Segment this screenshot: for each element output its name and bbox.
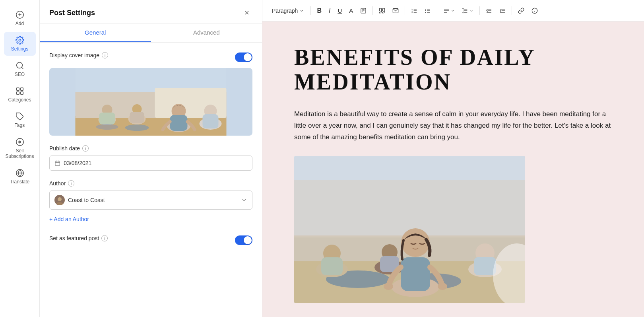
add-author-label: + Add an Author	[49, 216, 89, 222]
svg-point-53	[425, 9, 426, 10]
sidebar-item-categories[interactable]: Categories	[4, 83, 36, 107]
svg-rect-9	[20, 92, 23, 94]
publish-date-label: Publish date i	[49, 145, 252, 152]
toolbar-divider-6	[512, 6, 512, 15]
publish-date-info-icon: i	[82, 145, 89, 152]
sidebar-item-tags[interactable]: Tags	[4, 108, 36, 132]
featured-post-info-icon: i	[101, 235, 108, 241]
avatar-image	[54, 195, 65, 205]
author-inner: Coast to Coast	[54, 195, 105, 205]
settings-panel-title: Post Settings	[49, 9, 95, 17]
sidebar-item-seo[interactable]: SEO	[4, 57, 36, 81]
paragraph-chevron-icon	[299, 8, 304, 13]
info-button[interactable]	[529, 6, 541, 16]
highlight-icon	[360, 8, 367, 14]
post-body: Meditation is a beautiful way to create …	[294, 109, 612, 143]
dollar-circle-icon	[16, 138, 24, 146]
author-info-icon: i	[68, 180, 74, 187]
unordered-list-button[interactable]	[422, 6, 434, 16]
sidebar-item-translate[interactable]: Translate	[4, 165, 36, 189]
font-color-button[interactable]: A	[346, 5, 356, 16]
publish-date-input-wrapper	[49, 156, 252, 171]
featured-post-toggle[interactable]: ✓	[235, 235, 252, 245]
blockquote-icon	[379, 8, 385, 14]
toolbar-divider-5	[479, 6, 480, 15]
increase-indent-button[interactable]	[497, 6, 508, 16]
sidebar-item-settings-label: Settings	[11, 46, 28, 52]
sidebar-item-add-label: Add	[16, 21, 24, 26]
increase-indent-icon	[499, 8, 506, 14]
tab-advanced[interactable]: Advanced	[151, 23, 262, 42]
settings-header: Post Settings	[40, 0, 262, 23]
info-icon	[531, 8, 538, 14]
line-height-icon	[462, 8, 468, 14]
sidebar-item-categories-label: Categories	[8, 97, 31, 103]
post-title: BENEFITS OF DAILY MEDITATION	[294, 45, 612, 94]
plus-circle-icon	[16, 10, 24, 19]
svg-line-5	[21, 67, 23, 69]
svg-point-55	[425, 12, 426, 13]
author-dropdown[interactable]: Coast to Coast	[49, 191, 252, 210]
underline-button[interactable]: U	[335, 5, 345, 16]
editor-toolbar: Paragraph B I U A	[262, 0, 644, 21]
close-icon	[244, 10, 250, 16]
svg-text:3.: 3.	[412, 11, 413, 13]
line-height-chevron-icon	[469, 9, 473, 13]
decrease-indent-icon	[486, 8, 492, 14]
decrease-indent-button[interactable]	[483, 6, 495, 16]
line-height-button[interactable]	[459, 6, 476, 16]
sidebar-item-add[interactable]: Add	[4, 6, 36, 30]
blockquote-button[interactable]	[376, 6, 388, 16]
svg-rect-7	[20, 88, 23, 90]
svg-point-41	[58, 197, 62, 201]
toggle-check-icon: ✓	[247, 55, 250, 60]
italic-button[interactable]: I	[326, 5, 333, 16]
align-icon	[443, 8, 450, 14]
sidebar-item-seo-label: SEO	[15, 72, 25, 77]
sidebar-item-settings[interactable]: Settings	[4, 32, 36, 56]
bold-button[interactable]: B	[314, 5, 324, 16]
icon-sidebar: Add Settings SEO Categories Tags	[0, 0, 40, 317]
paragraph-select[interactable]: Paragraph	[269, 6, 307, 16]
featured-post-label: Set as featured post i	[49, 235, 108, 241]
ordered-list-button[interactable]: 1. 2. 3.	[408, 6, 420, 16]
cover-image-container[interactable]	[49, 68, 252, 136]
toolbar-divider-2	[372, 6, 373, 15]
post-image	[294, 156, 525, 303]
toolbar-divider-3	[405, 6, 405, 15]
link-icon	[518, 8, 524, 14]
svg-rect-6	[16, 88, 19, 90]
globe-icon	[16, 169, 24, 177]
panel-content: Display cover image i ✓	[40, 43, 262, 317]
email-button[interactable]	[390, 6, 402, 16]
display-cover-info-icon: i	[102, 52, 108, 58]
toolbar-divider-4	[437, 6, 437, 15]
categories-icon	[16, 87, 24, 95]
sidebar-item-subscriptions-label: Sell Subscriptions	[5, 148, 34, 159]
add-author-button[interactable]: + Add an Author	[49, 214, 89, 224]
featured-post-row: Set as featured post i ✓	[49, 235, 252, 245]
align-chevron-icon	[451, 9, 455, 13]
display-cover-image-label: Display cover image i	[49, 52, 108, 58]
toolbar-divider-1	[310, 6, 311, 15]
svg-point-3	[19, 39, 21, 41]
close-button[interactable]	[241, 7, 252, 18]
display-cover-image-row: Display cover image i ✓	[49, 52, 252, 62]
chevron-down-icon	[241, 197, 247, 203]
cover-image	[49, 68, 252, 136]
author-name: Coast to Coast	[68, 197, 105, 203]
settings-panel: Post Settings General Advanced Display c…	[40, 0, 262, 317]
svg-rect-36	[55, 161, 60, 165]
editor-area[interactable]: BENEFITS OF DAILY MEDITATION Meditation …	[262, 21, 644, 317]
tab-general[interactable]: General	[40, 23, 151, 42]
link-button[interactable]	[515, 6, 527, 16]
sidebar-item-subscriptions[interactable]: Sell Subscriptions	[4, 134, 36, 163]
display-cover-toggle[interactable]: ✓	[235, 53, 252, 62]
sidebar-item-tags-label: Tags	[15, 123, 25, 128]
main-content: Paragraph B I U A	[262, 0, 644, 317]
align-button[interactable]	[440, 6, 458, 16]
tag-icon	[16, 112, 24, 121]
highlight-button[interactable]	[357, 6, 369, 16]
publish-date-input[interactable]	[64, 160, 247, 166]
sidebar-item-translate-label: Translate	[10, 179, 30, 185]
